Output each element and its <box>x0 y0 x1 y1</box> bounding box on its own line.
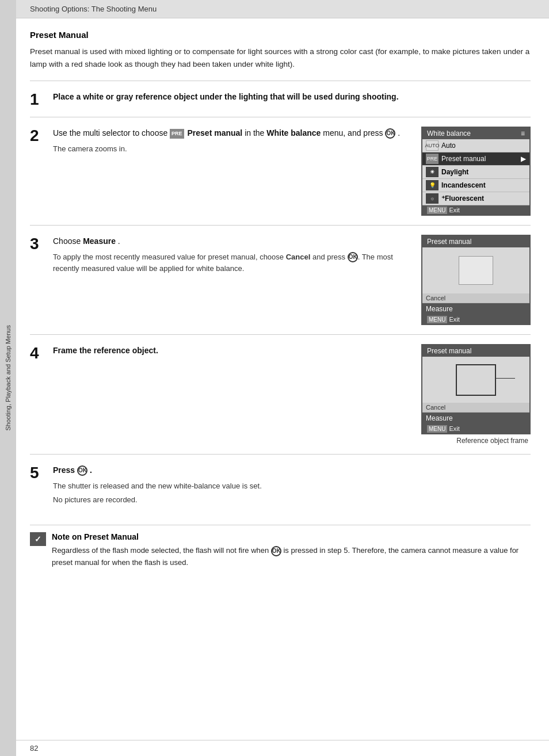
step-4-measure-option: Measure <box>422 412 529 424</box>
incandescent-icon: 💡 <box>426 180 439 190</box>
step-2-period: . <box>398 128 400 138</box>
step-4-content: Frame the reference object. <box>53 344 421 360</box>
step-3-vf-inner <box>459 256 493 285</box>
step-1-row: 1 Place a white or gray reference object… <box>30 81 531 117</box>
step-3-prefix: Choose <box>53 236 83 246</box>
step-1-text: Place a white or gray reference object u… <box>53 90 521 103</box>
step-5-sub2: No pictures are recorded. <box>53 494 521 506</box>
step-3-ok: OK <box>348 252 358 262</box>
ref-frame-line <box>495 378 515 379</box>
step-4-menu: Preset manual Cancel Measure MENUExit <box>421 344 531 434</box>
step-2-mid: in the <box>245 128 266 138</box>
step-2-menu-footer: MENUExit <box>422 205 529 215</box>
step-4-row: 4 Frame the reference object. Preset man… <box>30 334 531 454</box>
auto-icon: AUTO <box>426 140 439 151</box>
main-content: Shooting Options: The Shooting Menu Pres… <box>16 0 549 756</box>
step-3-menu: Preset manual Cancel Measure MENUExit <box>421 235 531 325</box>
step-2-suffix: menu, and press <box>323 128 385 138</box>
step-2-menu-icon: ≡ <box>521 129 525 138</box>
step-3-footer: MENUExit <box>422 315 529 324</box>
step-2-menu-auto: AUTO Auto <box>422 139 529 152</box>
step-3-content: Choose Measure . To apply the most recen… <box>53 235 421 275</box>
section-title: Preset Manual <box>30 30 531 40</box>
fluorescent-icon: ☼ <box>426 193 439 204</box>
step-5-row: 5 Press OK . The shutter is released and… <box>30 454 531 516</box>
preset-icon: PRE <box>426 154 439 164</box>
header-bar: Shooting Options: The Shooting Menu <box>16 0 549 18</box>
auto-label: Auto <box>441 142 456 150</box>
step-2-ok-icon: OK <box>385 128 395 139</box>
daylight-icon: ☀ <box>426 167 439 177</box>
step-2-image: White balance ≡ AUTO Auto PRE Preset man… <box>421 127 531 216</box>
step-2-menu-title: White balance ≡ <box>422 128 529 139</box>
step-5-ok: OK <box>77 465 87 476</box>
page: Shooting, Playback and Setup Menus Shoot… <box>0 0 549 756</box>
step-5-content: Press OK . The shutter is released and t… <box>53 464 531 506</box>
ref-caption: Reference object frame <box>456 437 531 445</box>
step-1-content: Place a white or gray reference object u… <box>53 90 531 106</box>
preset-arrow: ▶ <box>521 155 526 163</box>
step-2-menu-title-text: White balance <box>427 129 471 138</box>
step-2-row: 2 Use the multi selector to choose PRE P… <box>30 117 531 225</box>
step-5-prefix: Press <box>53 465 77 475</box>
fluorescent-label: ⁺Fluorescent <box>441 194 484 203</box>
intro-text: Preset manual is used with mixed lightin… <box>30 45 531 70</box>
step-2-menu-daylight: ☀ Daylight <box>422 166 529 179</box>
note-text: Regardless of the flash mode selected, t… <box>52 545 531 569</box>
step-3-viewfinder <box>422 247 529 293</box>
step-2-content: Use the multi selector to choose PRE Pre… <box>53 127 421 155</box>
step-4-text: Frame the reference object. <box>53 344 412 357</box>
step-3-bold: Measure <box>83 236 116 246</box>
step-4-cancel-label: Cancel <box>422 403 529 412</box>
step-3-measure-option: Measure <box>422 303 529 315</box>
step-1-number: 1 <box>30 91 53 108</box>
sidebar-label: Shooting, Playback and Setup Menus <box>5 325 12 430</box>
step-4-viewfinder <box>422 357 529 403</box>
step-3-main: Choose Measure . <box>53 235 412 247</box>
header-title: Shooting Options: The Shooting Menu <box>30 5 157 13</box>
step-3-number: 3 <box>30 236 53 252</box>
step-4-footer: MENUExit <box>422 424 529 433</box>
step-4-number: 4 <box>30 345 53 361</box>
incandescent-label: Incandescent <box>441 181 486 189</box>
step-2-menu-fluorescent: ☼ ⁺Fluorescent <box>422 192 529 205</box>
note-icon: ✓ <box>30 532 46 546</box>
step-2-bold1: Preset manual <box>188 128 243 138</box>
step-4-image-wrap: Preset manual Cancel Measure MENUExit Re… <box>421 344 531 445</box>
footer: 82 <box>16 740 549 756</box>
step-3-image: Preset manual Cancel Measure MENUExit <box>421 235 531 325</box>
note-content: Note on Preset Manual Regardless of the … <box>52 532 531 569</box>
step-2-menu-incandescent: 💡 Incandescent <box>422 179 529 192</box>
step-2-menu-preset: PRE Preset manual ▶ <box>422 152 529 166</box>
daylight-label: Daylight <box>441 168 468 176</box>
content-area: Preset Manual Preset manual is used with… <box>16 18 549 740</box>
step-5-sub1: The shutter is released and the new whit… <box>53 480 521 492</box>
note-ok: OK <box>271 546 281 556</box>
menu-key: MENU <box>427 207 447 214</box>
step-2-text: Use the multi selector to choose PRE Pre… <box>53 127 412 139</box>
sidebar: Shooting, Playback and Setup Menus <box>0 0 16 756</box>
step-4-title: Preset manual <box>422 345 529 357</box>
step-2-bold2: White balance <box>266 128 321 138</box>
step-5-main: Press OK . <box>53 464 521 476</box>
note-title: Note on Preset Manual <box>52 532 531 541</box>
note-box: ✓ Note on Preset Manual Regardless of th… <box>30 525 531 569</box>
step-3-cancel-bold: Cancel <box>286 253 311 261</box>
preset-label: Preset manual <box>441 155 486 163</box>
step-2-pre-icon: PRE <box>170 129 184 138</box>
step-5-suffix: . <box>90 465 92 475</box>
step-2-number: 2 <box>30 128 53 144</box>
menu-key4: MENU <box>427 425 447 433</box>
reference-frame <box>456 364 496 396</box>
step-3-suffix: . <box>118 236 120 246</box>
step-3-menu-title: Preset manual <box>422 236 529 247</box>
step-5-number: 5 <box>30 465 53 481</box>
menu-key3: MENU <box>427 316 447 323</box>
step-3-row: 3 Choose Measure . To apply the most rec… <box>30 225 531 334</box>
step-3-cancel-label: Cancel <box>422 293 529 303</box>
step-2-text-prefix: Use the multi selector to choose <box>53 128 170 138</box>
step-2-subtext: The camera zooms in. <box>53 143 412 155</box>
step-3-sub: To apply the most recently measured valu… <box>53 251 412 276</box>
step-2-menu: White balance ≡ AUTO Auto PRE Preset man… <box>421 127 531 216</box>
page-number: 82 <box>30 744 38 753</box>
